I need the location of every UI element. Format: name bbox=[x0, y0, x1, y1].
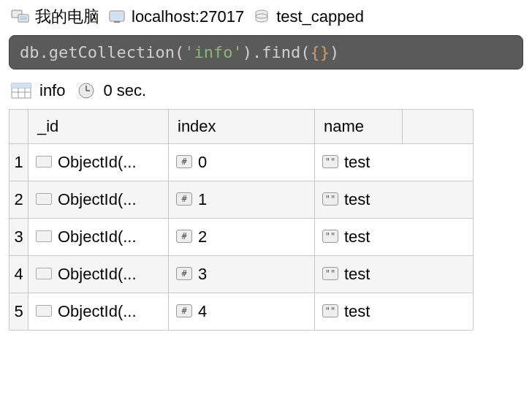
server-icon bbox=[107, 9, 127, 25]
rownum-cell: 1 bbox=[10, 144, 28, 181]
query-arg-obj: {} bbox=[310, 43, 330, 61]
name-cell[interactable]: ""test bbox=[315, 256, 474, 293]
header-index[interactable]: index bbox=[169, 110, 315, 144]
id-cell[interactable]: ObjectId(... bbox=[28, 181, 169, 219]
index-text: 4 bbox=[198, 302, 207, 320]
table-header-row: _id index name bbox=[10, 110, 474, 144]
name-text: test bbox=[344, 153, 370, 171]
name-cell[interactable]: ""test bbox=[315, 181, 474, 219]
index-text: 0 bbox=[198, 153, 207, 171]
table-row[interactable]: 3ObjectId(...#2""test bbox=[10, 219, 474, 256]
index-cell[interactable]: #2 bbox=[169, 219, 315, 256]
rownum-cell: 2 bbox=[10, 181, 28, 219]
svg-rect-13 bbox=[12, 83, 31, 88]
number-type-icon: # bbox=[176, 304, 192, 317]
name-text: test bbox=[344, 190, 370, 208]
index-text: 2 bbox=[198, 227, 207, 246]
table-row[interactable]: 4ObjectId(...#3""test bbox=[10, 256, 474, 293]
id-cell[interactable]: ObjectId(... bbox=[28, 144, 169, 181]
rownum-cell: 3 bbox=[10, 219, 28, 256]
object-icon bbox=[36, 268, 52, 279]
header-id[interactable]: _id bbox=[28, 110, 169, 144]
string-type-icon: "" bbox=[322, 155, 338, 168]
index-cell[interactable]: #1 bbox=[169, 181, 315, 219]
header-extra bbox=[403, 110, 474, 144]
id-text: ObjectId(... bbox=[58, 227, 137, 246]
name-cell[interactable]: ""test bbox=[315, 144, 474, 181]
query-method1: getCollection bbox=[49, 43, 175, 61]
header-rownum bbox=[10, 110, 28, 144]
id-cell[interactable]: ObjectId(... bbox=[28, 256, 169, 293]
index-text: 3 bbox=[198, 265, 207, 283]
computer-icon bbox=[10, 9, 31, 25]
object-icon bbox=[36, 156, 52, 168]
index-cell[interactable]: #0 bbox=[169, 144, 315, 181]
svg-rect-4 bbox=[111, 12, 123, 20]
name-cell[interactable]: ""test bbox=[315, 293, 474, 331]
breadcrumb-server-label: localhost:27017 bbox=[132, 7, 244, 26]
query-method2: find bbox=[262, 43, 300, 61]
breadcrumb-bar: 我的电脑 localhost:27017 test_capped bbox=[0, 0, 532, 32]
rownum-cell: 5 bbox=[10, 293, 28, 331]
table-row[interactable]: 1ObjectId(...#0""test bbox=[10, 144, 474, 181]
string-type-icon: "" bbox=[322, 267, 338, 280]
index-cell[interactable]: #3 bbox=[169, 256, 315, 293]
object-icon bbox=[36, 230, 52, 242]
number-type-icon: # bbox=[176, 267, 192, 280]
object-icon bbox=[36, 193, 52, 205]
header-name[interactable]: name bbox=[315, 110, 403, 144]
table-row[interactable]: 2ObjectId(...#1""test bbox=[10, 181, 474, 219]
result-tab-name[interactable]: info bbox=[39, 81, 65, 100]
number-type-icon: # bbox=[176, 155, 192, 168]
breadcrumb-server[interactable]: localhost:27017 bbox=[107, 7, 244, 26]
result-table[interactable]: _id index name 1ObjectId(...#0""test2Obj… bbox=[9, 109, 474, 331]
clock-icon bbox=[77, 81, 96, 100]
query-arg-string: 'info' bbox=[184, 43, 242, 61]
number-type-icon: # bbox=[176, 192, 192, 206]
string-type-icon: "" bbox=[322, 230, 338, 243]
breadcrumb-host-label: 我的电脑 bbox=[35, 6, 99, 28]
number-type-icon: # bbox=[176, 230, 192, 243]
breadcrumb-host[interactable]: 我的电脑 bbox=[10, 6, 99, 28]
name-cell[interactable]: ""test bbox=[315, 219, 474, 256]
breadcrumb-database[interactable]: test_capped bbox=[251, 7, 364, 26]
query-prefix: db bbox=[20, 43, 39, 61]
id-cell[interactable]: ObjectId(... bbox=[28, 293, 169, 331]
string-type-icon: "" bbox=[322, 304, 338, 317]
breadcrumb-db-label: test_capped bbox=[276, 7, 364, 26]
id-cell[interactable]: ObjectId(... bbox=[28, 219, 169, 256]
id-text: ObjectId(... bbox=[58, 302, 137, 320]
table-icon bbox=[10, 83, 32, 99]
name-text: test bbox=[344, 227, 370, 246]
svg-rect-5 bbox=[114, 21, 120, 23]
name-text: test bbox=[344, 302, 370, 320]
index-text: 1 bbox=[198, 190, 207, 208]
name-text: test bbox=[344, 265, 370, 283]
id-text: ObjectId(... bbox=[58, 190, 137, 208]
object-icon bbox=[36, 305, 52, 317]
table-row[interactable]: 5ObjectId(...#4""test bbox=[10, 293, 474, 331]
index-cell[interactable]: #4 bbox=[169, 293, 315, 331]
string-type-icon: "" bbox=[322, 192, 338, 206]
id-text: ObjectId(... bbox=[58, 265, 137, 283]
rownum-cell: 4 bbox=[10, 256, 28, 293]
svg-rect-2 bbox=[20, 16, 27, 20]
database-icon bbox=[251, 9, 272, 25]
result-tab-bar: info 0 sec. bbox=[0, 77, 532, 109]
query-input[interactable]: db.getCollection('info').find({}) bbox=[9, 35, 523, 69]
id-text: ObjectId(... bbox=[58, 153, 137, 171]
query-timing: 0 sec. bbox=[103, 81, 146, 100]
